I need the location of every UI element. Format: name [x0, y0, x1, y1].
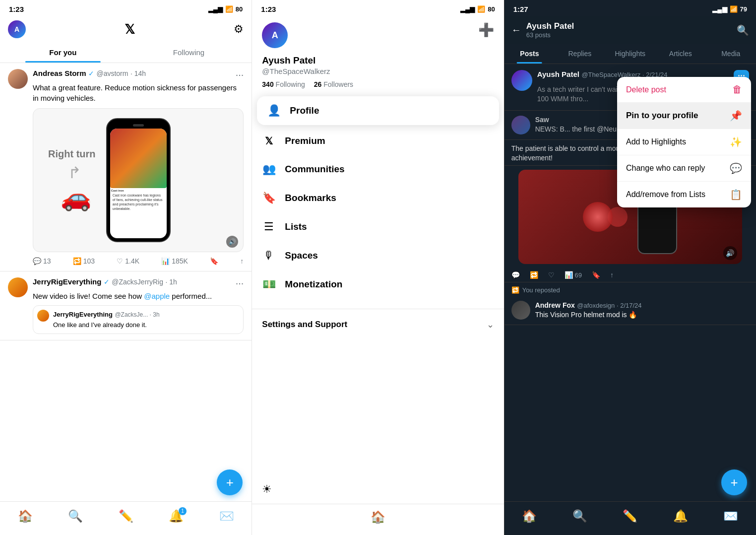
menu-premium-label: Premium — [285, 135, 325, 146]
tweet-1-views-btn[interactable]: 📊 185K — [161, 257, 188, 265]
status-bar-1: 1:23 ▂▄▆ 📶 80 — [0, 0, 252, 16]
menu-monetization-label: Monetization — [285, 279, 342, 290]
nav-notifications-icon[interactable]: 🔔 1 — [169, 509, 184, 523]
tweet-1-retweet-btn[interactable]: 🔁 103 — [73, 257, 95, 265]
status-icons-2: ▂▄▆ 📶 80 — [460, 5, 495, 13]
tweet-2-content: JerryRigEverything ✓ @ZacksJerryRig · 1h… — [33, 277, 244, 334]
menu-item-communities[interactable]: 👥 Communities — [252, 155, 504, 184]
settings-icon[interactable]: ⚙ — [234, 23, 244, 36]
menu-spaces-label: Spaces — [285, 250, 318, 261]
tweet-1-comment-btn[interactable]: 💬 13 — [33, 257, 51, 265]
p3-tweet-avatar — [511, 70, 532, 91]
sub-tweet-name: JerryRigEverything — [53, 311, 113, 318]
nav-search-icon[interactable]: 🔍 — [68, 509, 83, 523]
p3-comment-btn[interactable]: 💬 — [511, 271, 520, 279]
status-time-1: 1:23 — [9, 5, 24, 13]
nav-compose-icon[interactable]: ✏️ — [119, 509, 133, 523]
nav-notifications-icon-3[interactable]: 🔔 — [673, 509, 688, 523]
ctx-add-lists[interactable]: Add/remove from Lists 📋 — [617, 182, 751, 207]
p3-bookmark-btn[interactable]: 🔖 — [592, 271, 600, 279]
avatar[interactable]: A — [8, 20, 26, 38]
p3-posts-count: 63 posts — [526, 31, 732, 39]
tab-following[interactable]: Following — [126, 42, 252, 63]
p3-retweet-btn[interactable]: 🔁 — [530, 271, 538, 279]
followers-stat[interactable]: 26 Followers — [314, 80, 353, 88]
tab-for-you[interactable]: For you — [0, 42, 126, 63]
p3-tab-posts[interactable]: Posts — [504, 44, 555, 64]
p2-user-handle: @TheSpaceWalkerz — [262, 67, 494, 75]
tweet-1-bookmark-btn[interactable]: 🔖 — [210, 257, 218, 265]
p3-saw-avatar — [511, 116, 530, 134]
p3-views-count: 69 — [575, 271, 582, 279]
compose-fab-3[interactable]: + — [721, 469, 747, 495]
ctx-reply-label: Change who can reply — [626, 164, 705, 173]
p1-header: A 𝕏 ⚙ — [0, 16, 252, 42]
settings-support-row[interactable]: Settings and Support ⌄ — [252, 311, 504, 338]
following-stat[interactable]: 340 Following — [262, 80, 305, 88]
nav-messages-icon-3[interactable]: ✉️ — [723, 509, 738, 523]
premium-icon: 𝕏 — [262, 135, 276, 147]
p3-views-btn[interactable]: 📊 69 — [565, 271, 582, 279]
add-user-button[interactable]: ➕ — [478, 22, 494, 38]
menu-lists-label: Lists — [285, 221, 307, 232]
tweet-2-header: JerryRigEverything ✓ @ZacksJerryRig · 1h… — [33, 277, 244, 289]
p3-user-profile: Ayush Patel 63 posts — [526, 21, 732, 39]
tweet-2-avatar — [8, 277, 28, 297]
battery-icon-3: 79 — [740, 5, 747, 13]
p3-tab-media[interactable]: Media — [706, 44, 756, 64]
p3-share-btn[interactable]: ↑ — [610, 271, 614, 279]
p2-stats: 340 Following 26 Followers — [262, 80, 494, 88]
repost-icon: 🔁 — [511, 286, 519, 294]
p3-tab-highlights[interactable]: Highlights — [605, 44, 655, 64]
menu-item-monetization[interactable]: 💵 Monetization — [252, 270, 504, 299]
panel-2-side-menu: 1:23 ▂▄▆ 📶 80 A ➕ Ayush Patel @TheSpaceW… — [252, 0, 504, 535]
compose-fab[interactable]: + — [217, 469, 243, 495]
sparkle-icon: ✨ — [730, 136, 742, 148]
menu-item-profile[interactable]: 👤 Profile — [257, 96, 499, 125]
nav-compose-icon-3[interactable]: ✏️ — [623, 509, 637, 523]
tweet-1-more-button[interactable]: ··· — [236, 69, 244, 80]
ctx-change-reply[interactable]: Change who can reply 💬 — [617, 155, 751, 182]
back-button[interactable]: ← — [511, 24, 521, 36]
p2-avatar[interactable]: A — [262, 22, 288, 48]
context-menu: Delete post 🗑 Pin to your profile 📌 Add … — [617, 77, 751, 207]
car-icon: 🚗 — [61, 183, 91, 212]
brightness-icon[interactable]: ☀ — [262, 483, 272, 495]
ctx-delete-post[interactable]: Delete post 🗑 — [617, 77, 751, 103]
nav-home-icon-2[interactable]: 🏠 — [371, 510, 385, 524]
x-logo: 𝕏 — [125, 22, 135, 37]
nav-home-icon-3[interactable]: 🏠 — [522, 509, 537, 523]
pin-icon: 📌 — [730, 110, 742, 122]
chevron-down-icon: ⌄ — [487, 319, 494, 330]
tab-bar: For you Following — [0, 42, 252, 63]
tweet-1-header: Andreas Storm ✓ @avstorm · 14h ··· — [33, 69, 244, 80]
p3-author-name: Ayush Patel — [537, 70, 579, 78]
p3-tab-articles[interactable]: Articles — [655, 44, 705, 64]
menu-bookmarks-label: Bookmarks — [285, 193, 336, 203]
tweet-1-handle: @avstorm — [96, 69, 128, 77]
ctx-add-highlights[interactable]: Add to Highlights ✨ — [617, 129, 751, 155]
p3-tab-replies[interactable]: Replies — [555, 44, 605, 64]
menu-item-lists[interactable]: ☰ Lists — [252, 212, 504, 241]
menu-item-premium[interactable]: 𝕏 Premium — [252, 127, 504, 155]
ctx-pin-profile[interactable]: Pin to your profile 📌 — [617, 103, 751, 129]
tweet-2-more-button[interactable]: ··· — [236, 277, 244, 289]
sub-tweet-avatar — [37, 310, 49, 322]
menu-item-bookmarks[interactable]: 🔖 Bookmarks — [252, 184, 504, 212]
menu-item-spaces[interactable]: 🎙 Spaces — [252, 241, 504, 270]
signal-icon-3: ▂▄▆ — [712, 5, 727, 13]
status-bar-2: 1:23 ▂▄▆ 📶 80 — [252, 0, 504, 16]
nav-messages-icon[interactable]: ✉️ — [219, 509, 234, 523]
tweet-2-handle: @ZacksJerryRig — [112, 278, 163, 286]
tweet-1-name: Andreas Storm — [33, 69, 86, 77]
apple-mention[interactable]: @apple — [144, 292, 170, 300]
p3-like-btn[interactable]: ♡ — [548, 271, 555, 279]
nav-search-icon-3[interactable]: 🔍 — [572, 509, 587, 523]
search-button[interactable]: 🔍 — [737, 24, 749, 36]
menu-profile-highlight: 👤 Profile — [257, 96, 499, 125]
menu-communities-label: Communities — [285, 164, 344, 175]
nav-home-icon[interactable]: 🏠 — [18, 509, 33, 523]
tweet-1-like-btn[interactable]: ♡ 1.4K — [117, 257, 139, 265]
wifi-icon-1: 📶 — [225, 5, 233, 13]
tweet-1-share-btn[interactable]: ↑ — [240, 257, 244, 265]
